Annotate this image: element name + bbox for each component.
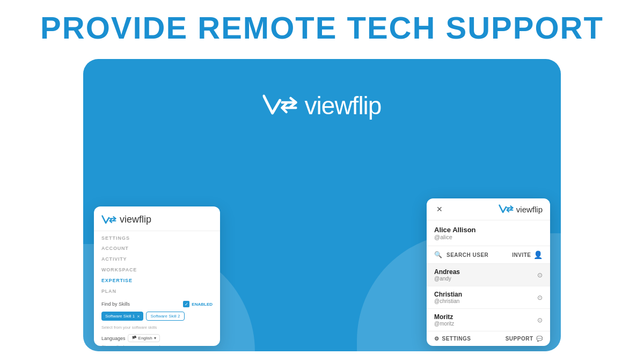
settings-section-label: SETTINGS xyxy=(94,231,220,243)
search-user-label: SEARCH USER xyxy=(447,252,508,258)
language-row: Languages 🏴 English ▾ xyxy=(101,334,213,342)
user-action-icon-1[interactable]: ⊙ xyxy=(537,294,543,301)
checkbox-icon[interactable] xyxy=(183,301,189,307)
skill-tag-1[interactable]: Software Skill 1 × xyxy=(101,312,143,321)
user-details-0: Andreas @andy xyxy=(434,268,460,282)
enabled-label: ENABLED xyxy=(192,302,213,307)
nav-activity[interactable]: ACTIVITY xyxy=(101,254,213,264)
find-skills-label: Find by Skills xyxy=(101,301,130,307)
nav-workspace[interactable]: WORKSPACE xyxy=(101,264,213,275)
find-skills-row: Find by Skills ENABLED xyxy=(101,301,213,307)
user-panel: ✕ viewflip Alice Allison @alice 🔍 SEARCH… xyxy=(427,198,550,346)
user-list-item[interactable]: Christian @christian ⊙ xyxy=(427,286,550,309)
user-details-1: Christian @christian xyxy=(434,291,462,304)
invite-icon: 👤 xyxy=(533,250,543,259)
nav-expertise[interactable]: EXPERTISE xyxy=(101,275,213,286)
user-panel-header: ✕ viewflip xyxy=(427,198,550,220)
skill-tag-2[interactable]: Software Skill 2 xyxy=(146,312,184,321)
settings-nav: ACCOUNT ACTIVITY WORKSPACE EXPERTISE PLA… xyxy=(94,243,220,297)
settings-logo-text: viewflip xyxy=(120,214,151,225)
user-list-item[interactable]: Moritz @moritz ⊙ xyxy=(427,309,550,331)
user-action-icon-2[interactable]: ⊙ xyxy=(537,316,543,324)
blue-card: viewflip viewflip SETTINGS ACCOUNT ACTIV… xyxy=(83,59,561,351)
settings-footer-button[interactable]: ⚙ SETTINGS xyxy=(434,336,471,342)
chevron-icon: ▾ xyxy=(154,336,156,341)
support-footer-icon: 💬 xyxy=(536,336,543,342)
user-handle-2: @moritz xyxy=(434,321,454,327)
main-logo: viewflip xyxy=(263,91,382,120)
language-hint: Choose the languages you speak xyxy=(101,344,213,346)
settings-footer-icon: ⚙ xyxy=(434,336,440,342)
search-bar[interactable]: 🔍 SEARCH USER INVITE 👤 xyxy=(427,246,550,264)
languages-label: Languages xyxy=(101,336,126,341)
language-tag[interactable]: 🏴 English ▾ xyxy=(128,334,160,342)
invite-button[interactable]: INVITE 👤 xyxy=(512,250,543,259)
enabled-toggle[interactable]: ENABLED xyxy=(183,301,213,307)
user-handle-0: @andy xyxy=(434,276,460,282)
select-hint: Select from your software skills xyxy=(101,325,213,330)
close-button[interactable]: ✕ xyxy=(434,204,445,215)
user-list-item[interactable]: Andreas @andy ⊙ xyxy=(427,264,550,286)
settings-panel: viewflip SETTINGS ACCOUNT ACTIVITY WORKS… xyxy=(94,206,220,346)
main-logo-text: viewflip xyxy=(305,91,382,120)
support-footer-button[interactable]: SUPPORT 💬 xyxy=(506,336,543,342)
user-list: Andreas @andy ⊙ Christian @christian ⊙ M… xyxy=(427,264,550,331)
nav-plan[interactable]: PLAN xyxy=(101,286,213,297)
user-panel-logo: viewflip xyxy=(499,204,543,215)
search-icon: 🔍 xyxy=(434,251,442,258)
user-panel-logo-text: viewflip xyxy=(516,205,543,214)
user-name-0: Andreas xyxy=(434,268,460,276)
panel-footer: ⚙ SETTINGS SUPPORT 💬 xyxy=(427,331,550,346)
skill-tags: Software Skill 1 × Software Skill 2 xyxy=(101,312,213,321)
user-name-2: Moritz xyxy=(434,313,454,321)
remove-skill-1[interactable]: × xyxy=(137,314,140,319)
user-name: Alice Allison xyxy=(434,226,543,234)
user-info: Alice Allison @alice xyxy=(427,220,550,246)
nav-account[interactable]: ACCOUNT xyxy=(101,243,213,254)
settings-panel-logo: viewflip xyxy=(94,214,220,231)
user-action-icon-0[interactable]: ⊙ xyxy=(537,271,543,279)
user-details-2: Moritz @moritz xyxy=(434,313,454,327)
user-name-1: Christian xyxy=(434,291,462,298)
settings-content: Find by Skills ENABLED Software Skill 1 … xyxy=(94,297,220,346)
user-handle-1: @christian xyxy=(434,298,462,304)
page-title: PROVIDE REMOTE TECH SUPPORT xyxy=(0,10,644,46)
flag-icon: 🏴 xyxy=(131,336,137,341)
user-handle: @alice xyxy=(434,234,543,240)
